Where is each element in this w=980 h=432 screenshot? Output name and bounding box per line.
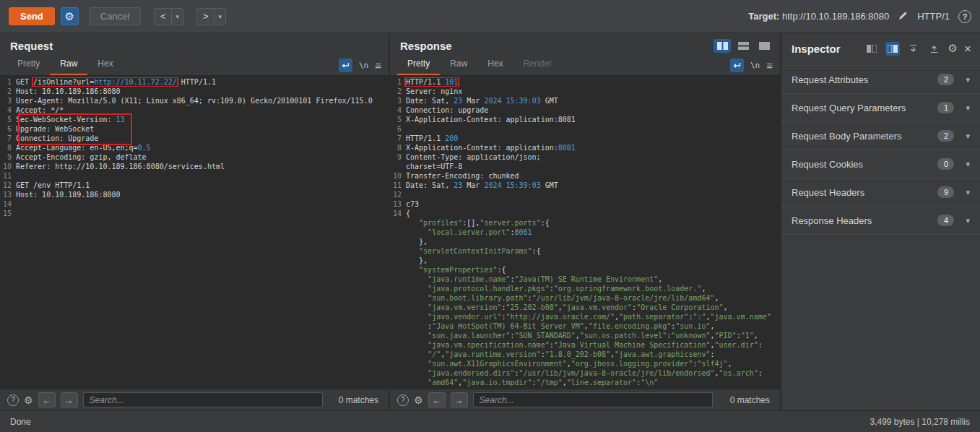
code-line: 7HTTP/1.1 200 <box>390 134 780 143</box>
chevron-down-icon[interactable]: ▾ <box>966 160 970 169</box>
chevron-down-icon[interactable]: ▾ <box>966 216 970 225</box>
history-back-group: < ▾ <box>154 8 183 25</box>
collapse-all-icon[interactable] <box>906 42 921 56</box>
code-line: 14 <box>0 199 389 209</box>
section-label: Request Headers <box>792 187 937 198</box>
search-next-button[interactable]: → <box>451 392 468 407</box>
inspector-section-request-body-parameters[interactable]: Request Body Parameters 2 ▾ <box>781 121 980 150</box>
show-newlines-icon[interactable]: \n <box>750 61 760 70</box>
history-forward-button[interactable]: > <box>196 8 214 25</box>
code-line: "java.vm.specification.name":"Java Virtu… <box>390 340 780 350</box>
code-line: "systemProperties":{ <box>390 265 780 275</box>
show-newlines-icon[interactable]: \n <box>359 61 368 70</box>
code-line: "amd64","java.io.tmpdir":"/tmp","line.se… <box>390 378 780 387</box>
count-badge: 2 <box>937 130 954 142</box>
gear-icon: ⚙ <box>65 10 74 23</box>
annotation-red-box: HTTP/1.1 101 <box>406 78 458 86</box>
section-label: Request Body Parameters <box>792 131 937 142</box>
inspector-section-request-attributes[interactable]: Request Attributes 2 ▾ <box>781 65 980 93</box>
response-search-matches: 0 matches <box>730 395 773 405</box>
section-label: Request Query Parameters <box>792 103 937 113</box>
chevron-down-icon[interactable]: ▾ <box>966 131 970 141</box>
search-settings-gear-icon[interactable]: ⚙ <box>414 394 423 406</box>
inspector-dock-right-icon[interactable] <box>885 42 900 56</box>
inspector-dock-left-icon[interactable] <box>864 42 879 56</box>
request-title-row: Request <box>0 33 389 55</box>
response-tabs: Pretty Raw Hex Render \n ≡ <box>390 55 780 75</box>
response-title-row: Response <box>390 33 780 55</box>
response-search-input[interactable] <box>473 392 713 407</box>
code-line: 9Content-Type: application/json; <box>390 152 780 162</box>
soft-wrap-icon[interactable] <box>730 59 744 72</box>
burp-repeater-window: Send ⚙ Cancel < ▾ > ▾ Target: http://10.… <box>0 0 980 432</box>
tab-request-pretty[interactable]: Pretty <box>7 55 50 75</box>
code-line: 6Upgrade: WebSocket <box>0 124 389 134</box>
inspector-settings-gear-icon[interactable]: ⚙ <box>948 42 958 55</box>
code-line: 2Host: 10.10.189.186:8080 <box>0 87 389 96</box>
inspector-title: Inspector <box>792 43 841 55</box>
code-line: 1HTTP/1.1 101 <box>390 77 780 87</box>
soft-wrap-icon[interactable] <box>339 59 352 72</box>
inspector-close-icon[interactable]: × <box>964 43 971 55</box>
response-stats: 3,499 bytes | 10,278 millis <box>870 417 970 427</box>
code-line: "local.server.port":8081 <box>390 228 780 237</box>
code-line: 1GET /isOnline?url=http://10.11.72.22/ H… <box>0 77 389 87</box>
code-line: 8X-Application-Context: application:8081 <box>390 143 780 152</box>
code-line: "java.runtime.name":"Java(TM) SE Runtime… <box>390 275 780 284</box>
chevron-down-icon[interactable]: ▾ <box>966 188 970 197</box>
chevron-down-icon[interactable]: ▾ <box>966 75 970 85</box>
help-icon[interactable]: ? <box>958 10 971 23</box>
tab-response-pretty[interactable]: Pretty <box>397 55 440 75</box>
search-next-button[interactable]: → <box>61 392 78 407</box>
code-line: 8Accept-Language: en-US,en;q=0.5 <box>0 143 389 152</box>
code-line: "java.endorsed.dirs":"/usr/lib/jvm/java-… <box>390 368 780 378</box>
request-search-input[interactable] <box>83 392 323 407</box>
toolbar-right: Target: http://10.10.189.186:8080 HTTP/1… <box>748 10 971 23</box>
search-prev-button[interactable]: ← <box>38 392 56 407</box>
search-help-icon[interactable]: ? <box>7 394 19 406</box>
layout-single-icon[interactable] <box>755 39 773 53</box>
tab-response-raw[interactable]: Raw <box>440 55 477 75</box>
request-settings-gear-button[interactable]: ⚙ <box>61 7 79 25</box>
code-line: 5X-Application-Context: application:8081 <box>390 115 780 124</box>
code-line: 2Server: nginx <box>390 87 780 96</box>
editor-menu-icon[interactable]: ≡ <box>766 60 773 71</box>
search-help-icon[interactable]: ? <box>397 394 409 406</box>
main-area: Request Pretty Raw Hex \n ≡ 1GET /isOnli… <box>0 33 980 410</box>
request-search-matches: 0 matches <box>339 395 381 405</box>
code-line: 10Transfer-Encoding: chunked <box>390 171 780 181</box>
history-back-dropdown[interactable]: ▾ <box>172 8 183 25</box>
inspector-section-request-query-parameters[interactable]: Request Query Parameters 1 ▾ <box>781 93 980 121</box>
code-line: 11Date: Sat, 23 Mar 2024 15:39:03 GMT <box>390 181 780 190</box>
chevron-down-icon[interactable]: ▾ <box>966 103 970 113</box>
history-back-button[interactable]: < <box>154 8 172 25</box>
tab-request-raw[interactable]: Raw <box>50 55 87 75</box>
tab-response-render[interactable]: Render <box>513 55 562 75</box>
history-forward-dropdown[interactable]: ▾ <box>214 8 226 25</box>
response-editor[interactable]: 1HTTP/1.1 1012Server: nginx3Date: Sat, 2… <box>390 75 780 389</box>
response-panel-title: Response <box>400 40 452 52</box>
search-settings-gear-icon[interactable]: ⚙ <box>24 394 33 406</box>
tab-request-hex[interactable]: Hex <box>87 55 123 75</box>
editor-menu-icon[interactable]: ≡ <box>375 60 381 71</box>
count-badge: 4 <box>937 215 954 226</box>
search-prev-button[interactable]: ← <box>428 392 446 407</box>
count-badge: 9 <box>937 186 954 198</box>
edit-target-pencil-icon[interactable] <box>898 10 909 23</box>
inspector-section-response-headers[interactable]: Response Headers 4 ▾ <box>781 206 980 234</box>
tab-response-hex[interactable]: Hex <box>477 55 513 75</box>
http-version-selector[interactable]: HTTP/1 <box>917 11 950 22</box>
request-searchbar: ? ⚙ ← → 0 matches <box>0 389 389 410</box>
send-button[interactable]: Send <box>9 7 55 25</box>
code-line: 3Date: Sat, 23 Mar 2024 15:39:03 GMT <box>390 96 780 105</box>
code-line: 6 <box>390 124 780 134</box>
expand-all-icon[interactable] <box>927 42 942 56</box>
request-editor[interactable]: 1GET /isOnline?url=http://10.11.72.22/ H… <box>0 75 389 389</box>
code-line: 4Connection: upgrade <box>390 105 780 115</box>
inspector-section-request-cookies[interactable]: Request Cookies 0 ▾ <box>781 150 980 178</box>
inspector-section-request-headers[interactable]: Request Headers 9 ▾ <box>781 178 980 206</box>
section-label: Response Headers <box>792 215 937 226</box>
layout-rows-icon[interactable] <box>734 39 752 53</box>
layout-columns-icon[interactable] <box>714 39 731 53</box>
cancel-button[interactable]: Cancel <box>89 7 141 25</box>
